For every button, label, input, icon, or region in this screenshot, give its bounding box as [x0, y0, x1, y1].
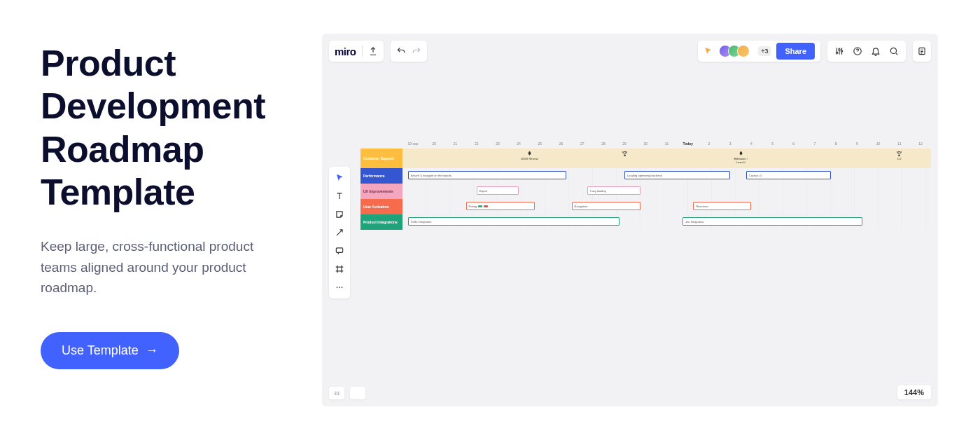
- date-cell: 29: [614, 142, 635, 146]
- minimap-chip[interactable]: [350, 387, 365, 399]
- miro-board-preview: miro: [322, 34, 938, 406]
- task-title: Trello Integration: [411, 220, 432, 224]
- lane-label: Product Integrations: [360, 214, 402, 230]
- milestone-label: 1.0: [897, 157, 902, 160]
- milestone-rocket: Milestone / Launch: [730, 151, 751, 164]
- avatar-overflow[interactable]: +3: [758, 46, 771, 56]
- lane-customer-support: Customer Support UX/UI Review Milestone …: [360, 149, 931, 168]
- arrow-tool[interactable]: [331, 224, 348, 241]
- task-title: Lazy loading: [590, 189, 606, 193]
- lane-body: Trello Integration Jira Integration: [402, 214, 931, 230]
- bottom-left-controls: 33: [329, 387, 365, 399]
- date-cell: 25: [529, 142, 550, 146]
- date-cell: 20: [424, 142, 444, 146]
- roadmap-canvas: 19 sep 20 21 22 23 24 25 26 27 28 29 30 …: [360, 139, 931, 279]
- date-axis: 19 sep 20 21 22 23 24 25 26 27 28 29 30 …: [360, 139, 931, 149]
- select-tool[interactable]: [331, 170, 348, 186]
- task-title: Jira Integration: [685, 220, 704, 224]
- date-cell: 23: [487, 142, 508, 146]
- lane-label: Customer Support: [360, 149, 402, 168]
- svg-point-1: [839, 49, 840, 50]
- cursor-icon[interactable]: [704, 46, 713, 56]
- lane-label: UX Improvements: [360, 184, 402, 199]
- sticky-note-tool[interactable]: [331, 206, 348, 223]
- task-title: Export: [479, 189, 488, 193]
- divider: [362, 46, 363, 57]
- board-title-pill: miro: [329, 41, 384, 62]
- date-cell: 6: [783, 142, 804, 146]
- task-title: Navigation: [575, 205, 588, 208]
- page-subtitle: Keep large, cross-functional product tea…: [41, 236, 287, 298]
- miro-logo: miro: [335, 46, 356, 57]
- lane-integrations: Product Integrations Trello Integration …: [360, 214, 931, 230]
- date-cell: 11: [889, 142, 910, 146]
- undo-icon[interactable]: [396, 46, 406, 56]
- task-card[interactable]: Reactions: [693, 202, 751, 210]
- settings-sliders-icon[interactable]: [834, 46, 844, 56]
- date-cell: 2: [699, 142, 720, 146]
- share-button[interactable]: Share: [776, 43, 815, 60]
- svg-point-4: [890, 48, 896, 53]
- lane-body: Search & navigate on the boards Loading …: [402, 168, 931, 184]
- notes-pill[interactable]: [913, 41, 931, 62]
- milestone-label: Milestone / Launch: [734, 157, 747, 164]
- date-cell: 21: [444, 142, 465, 146]
- date-cell: 27: [572, 142, 593, 146]
- lane-body: Rating Navigation Reactions: [402, 199, 931, 214]
- task-card[interactable]: Trello Integration: [408, 217, 620, 226]
- redo-icon[interactable]: [412, 46, 421, 56]
- page-title: Product Development Roadmap Template: [41, 42, 287, 214]
- task-card[interactable]: Export: [477, 186, 519, 195]
- frame-count-chip[interactable]: 33: [329, 387, 344, 399]
- date-cell: 9: [846, 142, 867, 146]
- svg-point-0: [836, 52, 837, 53]
- milestone-trophy: [614, 151, 635, 157]
- bell-icon[interactable]: [871, 46, 881, 56]
- lane-body: UX/UI Review Milestone / Launch 1.0: [402, 149, 931, 168]
- collab-pill: +3 Share: [698, 41, 820, 62]
- date-cell: 28: [593, 142, 614, 146]
- task-card[interactable]: Rating: [466, 202, 535, 210]
- date-cell: 19 sep: [402, 142, 424, 146]
- arrow-right-icon: →: [146, 343, 158, 358]
- avatar: [737, 45, 750, 57]
- lane-ux: UX Improvements Export Lazy loading: [360, 184, 931, 199]
- zoom-indicator[interactable]: 144%: [897, 385, 931, 399]
- use-template-button[interactable]: Use Template →: [41, 332, 179, 369]
- task-card[interactable]: Lazy loading: [587, 186, 640, 195]
- svg-point-9: [342, 287, 343, 288]
- lane-body: Export Lazy loading: [402, 184, 931, 199]
- export-icon[interactable]: [368, 46, 378, 56]
- task-title: Search & navigate on the boards: [411, 174, 451, 177]
- task-card[interactable]: Jira Integration: [682, 217, 862, 226]
- date-cell: 8: [825, 142, 846, 146]
- status-chip: [478, 205, 482, 207]
- task-card[interactable]: Navigation: [572, 202, 640, 210]
- task-card[interactable]: Loading optimizing backend: [624, 171, 730, 179]
- lane-performance: Performance Search & navigate on the boa…: [360, 168, 931, 184]
- help-icon[interactable]: [853, 46, 862, 56]
- date-cell: 3: [720, 142, 741, 146]
- toolbox: [329, 167, 350, 298]
- svg-point-8: [339, 287, 340, 288]
- title-line-2: Development: [41, 85, 265, 126]
- date-cell: 5: [762, 142, 783, 146]
- frame-tool[interactable]: [331, 261, 348, 277]
- cta-label: Use Template: [62, 343, 139, 358]
- comment-tool[interactable]: [331, 242, 348, 259]
- task-card[interactable]: Search & navigate on the boards: [408, 171, 567, 179]
- undo-redo-pill: [391, 41, 427, 62]
- title-line-1: Product: [41, 43, 176, 83]
- task-card[interactable]: Canvas v2: [746, 171, 831, 179]
- text-tool[interactable]: [331, 188, 348, 205]
- lane-label: Performance: [360, 168, 402, 184]
- search-icon[interactable]: [889, 46, 899, 56]
- lane-activation: User Activation Rating Navigation Reacti…: [360, 199, 931, 214]
- avatar-stack[interactable]: [719, 45, 750, 57]
- date-cell: Today: [678, 142, 699, 146]
- more-tools[interactable]: [331, 279, 348, 296]
- task-title: Loading optimizing backend: [627, 174, 662, 177]
- task-title: Reactions: [696, 205, 708, 208]
- svg-point-2: [841, 50, 842, 52]
- date-cell: 31: [656, 142, 677, 146]
